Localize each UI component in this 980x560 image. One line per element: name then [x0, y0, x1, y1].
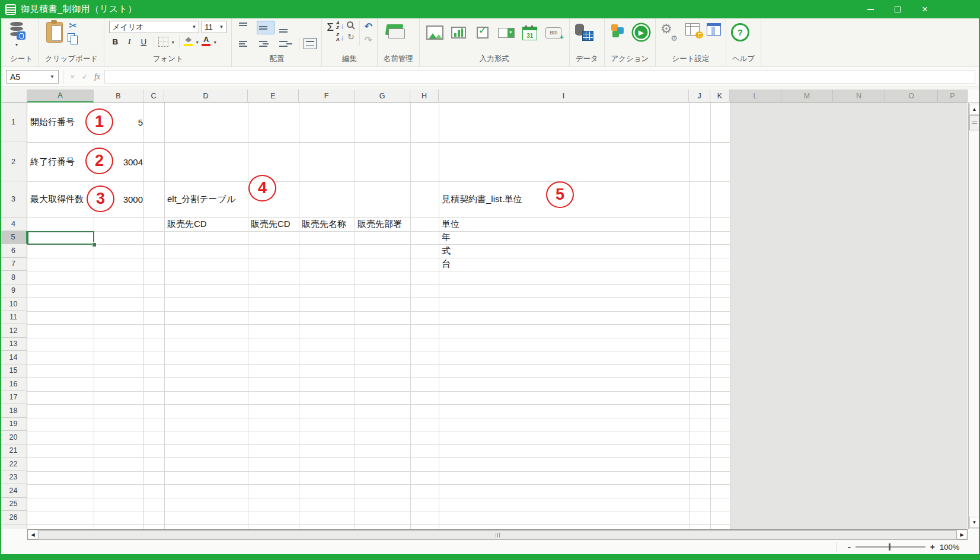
selected-cell-A5[interactable] [27, 231, 94, 245]
refresh-button[interactable]: ↻ [346, 32, 355, 41]
row-header-10[interactable]: 10 [0, 297, 27, 311]
column-header-N[interactable]: N [833, 89, 885, 103]
cell-I7[interactable]: 台 [439, 258, 689, 271]
column-header-L[interactable]: L [730, 89, 781, 103]
column-header-I[interactable]: I [439, 89, 689, 103]
insert-datepicker-button[interactable]: 31 [521, 24, 539, 41]
close-button[interactable]: × [911, 0, 938, 18]
column-header-G[interactable]: G [355, 89, 410, 103]
column-header-J[interactable]: J [689, 89, 710, 103]
column-header-B[interactable]: B [94, 89, 143, 103]
fill-handle[interactable] [92, 242, 97, 247]
column-header-F[interactable]: F [299, 89, 355, 103]
column-header-E[interactable]: E [248, 89, 299, 103]
cell-D4[interactable]: 販売先CD [165, 218, 248, 231]
cell-D3[interactable]: elt_分割テーブル [165, 182, 248, 217]
row-header-6[interactable]: 6 [0, 244, 27, 258]
fill-color-button[interactable] [184, 37, 193, 46]
font-name-select[interactable]: メイリオ ▼ [109, 21, 199, 33]
align-bottom-button[interactable] [277, 21, 295, 34]
scroll-left-button[interactable]: ◀ [28, 530, 37, 539]
row-header-17[interactable]: 17 [0, 391, 27, 405]
name-box[interactable]: A5 ▼ [6, 70, 59, 84]
action-blocks-button[interactable] [609, 23, 627, 40]
insert-checkbox-button[interactable] [474, 24, 491, 41]
row-header-25[interactable]: 25 [0, 498, 27, 511]
column-header-O[interactable]: O [885, 89, 938, 103]
row-header-15[interactable]: 15 [0, 364, 27, 378]
font-color-button[interactable]: A [202, 37, 210, 46]
insert-button-button[interactable]: Btn+ [545, 24, 563, 41]
row-header-1[interactable]: 1 [0, 103, 27, 142]
insert-dropdown-button[interactable] [497, 24, 515, 41]
scroll-down-button[interactable]: ▼ [969, 517, 979, 528]
row-header-19[interactable]: 19 [0, 418, 27, 431]
help-button[interactable]: ? [731, 23, 749, 41]
redo-button[interactable]: ↷ [364, 34, 372, 46]
row-header-20[interactable]: 20 [0, 431, 27, 444]
vertical-scroll-thumb[interactable] [969, 115, 979, 130]
search-button[interactable] [346, 21, 355, 30]
zoom-level-label[interactable]: 100% [940, 543, 962, 552]
column-header-H[interactable]: H [410, 89, 439, 103]
column-header-M[interactable]: M [781, 89, 833, 103]
zoom-out-button[interactable]: - [848, 542, 851, 552]
merge-cells-button[interactable] [304, 38, 317, 49]
row-header-5[interactable]: 5 [0, 231, 27, 245]
run-action-button[interactable]: ▶ [632, 23, 650, 41]
row-header-12[interactable]: 12 [0, 324, 27, 338]
insert-chart-button[interactable] [450, 24, 468, 41]
cell-G4[interactable]: 販売先部署 [355, 218, 411, 231]
sort-desc-button[interactable]: ZA ↓ [336, 33, 344, 42]
sheet-source-button[interactable]: ▼ [9, 21, 24, 47]
column-header-K[interactable]: K [710, 89, 730, 103]
row-header-23[interactable]: 23 [0, 471, 27, 485]
autosum-button[interactable]: Σ [327, 21, 334, 34]
data-source-button[interactable] [574, 23, 593, 41]
align-left-button[interactable] [237, 37, 254, 50]
row-header-8[interactable]: 8 [0, 271, 27, 284]
table-style-button[interactable] [707, 23, 721, 36]
protect-sheet-button[interactable] [685, 23, 700, 36]
zoom-slider[interactable] [855, 546, 925, 548]
name-manager-button[interactable] [382, 21, 408, 43]
cell-E4[interactable]: 販売先CD [248, 218, 299, 231]
minimize-button[interactable] [857, 0, 884, 18]
row-header-26[interactable]: 26 [0, 511, 27, 524]
confirm-entry-button[interactable]: ✓ [79, 70, 91, 84]
sort-asc-button[interactable]: AZ ↓ [336, 21, 344, 30]
scroll-right-button[interactable]: ▶ [957, 530, 966, 539]
zoom-slider-thumb[interactable] [889, 543, 890, 551]
cell-F4[interactable]: 販売先名称 [299, 218, 355, 231]
column-header-D[interactable]: D [164, 89, 248, 103]
cell-A2[interactable]: 終了行番号 [28, 143, 94, 181]
cell-I5[interactable]: 年 [439, 232, 689, 244]
row-header-22[interactable]: 22 [0, 457, 27, 471]
font-size-select[interactable]: 11 ▼ [202, 21, 226, 33]
align-center-button[interactable] [257, 37, 274, 50]
row-header-11[interactable]: 11 [0, 311, 27, 325]
scroll-up-button[interactable]: ▲ [969, 104, 979, 115]
row-header-2[interactable]: 2 [0, 142, 27, 181]
cut-button[interactable]: ✂ [68, 21, 78, 31]
cell-I6[interactable]: 式 [439, 245, 689, 257]
horizontal-scroll-thumb[interactable] [38, 530, 957, 540]
vertical-scrollbar[interactable]: ▲ ▼ [968, 103, 979, 529]
copy-button[interactable] [68, 33, 78, 44]
row-header-18[interactable]: 18 [0, 404, 27, 418]
formula-input[interactable] [104, 70, 975, 84]
cell-I4[interactable]: 単位 [439, 218, 689, 231]
row-header-24[interactable]: 24 [0, 484, 27, 498]
row-header-14[interactable]: 14 [0, 351, 27, 364]
zoom-in-button[interactable]: + [930, 542, 935, 552]
underline-button[interactable]: U [138, 36, 149, 47]
row-header-9[interactable]: 9 [0, 284, 27, 298]
undo-button[interactable]: ↶ [364, 21, 372, 32]
row-header-3[interactable]: 3 [0, 181, 27, 217]
column-header-C[interactable]: C [143, 89, 164, 103]
row-header-16[interactable]: 16 [0, 377, 27, 391]
row-header-21[interactable]: 21 [0, 444, 27, 458]
bold-button[interactable]: B [109, 36, 121, 47]
cell-A3[interactable]: 最大取得件数 [28, 182, 94, 217]
paste-button[interactable] [44, 21, 65, 44]
